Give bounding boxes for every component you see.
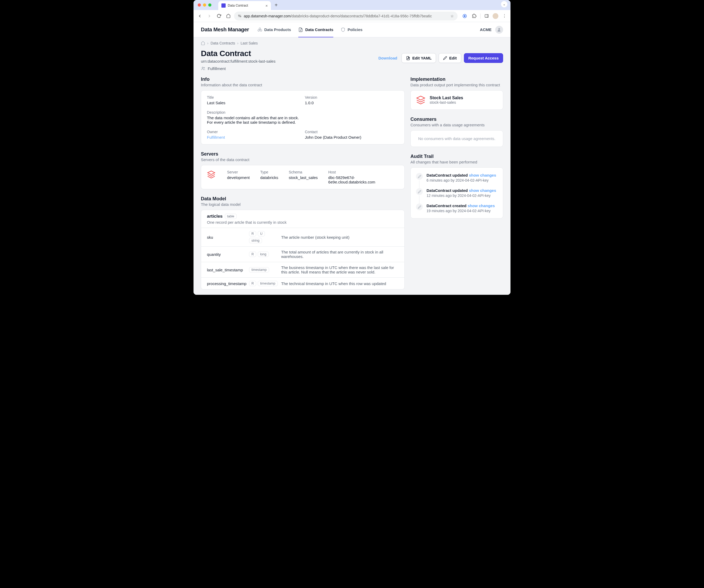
audit-meta: 19 minutes ago by 2024-04-02-API-key xyxy=(426,209,497,213)
pencil-icon xyxy=(443,56,447,60)
entity-name: articles xyxy=(207,214,223,219)
section-sub: The logical data model xyxy=(201,202,405,207)
field-label: Schema xyxy=(289,170,318,174)
side-panel-button[interactable] xyxy=(483,13,490,19)
audit-title: DataContract updated xyxy=(426,188,468,193)
browser-tab[interactable]: Data Contract × xyxy=(218,1,271,10)
audit-meta: 6 minutes ago by 2024-04-02-API-key xyxy=(426,178,497,182)
nav-data-contracts[interactable]: Data Contracts xyxy=(298,22,333,37)
home-button[interactable] xyxy=(225,12,232,20)
field-value: stock_last_sales xyxy=(289,175,318,180)
field-row: processing_timestampRtimestampThe techni… xyxy=(201,278,404,289)
section-heading: Consumers xyxy=(410,117,503,122)
window-controls xyxy=(197,0,214,10)
audit-meta: 12 minutes ago by 2024-04-02-API-key xyxy=(426,193,497,198)
extensions-button[interactable] xyxy=(471,13,478,19)
field-value: databricks xyxy=(260,175,278,180)
breadcrumb: › Data Contracts › Last Sales xyxy=(201,41,503,45)
audit-title: DataContract updated xyxy=(426,173,468,177)
type-badge: string xyxy=(249,238,262,243)
browser-toolbar: app.datamesh-manager.com/databricks-data… xyxy=(193,10,511,22)
section-heading: Implementation xyxy=(410,76,503,82)
field-name: quantity xyxy=(207,252,246,257)
pencil-icon xyxy=(416,173,423,180)
maximize-window-button[interactable] xyxy=(208,3,212,7)
new-tab-button[interactable]: + xyxy=(271,0,282,10)
address-bar[interactable]: app.datamesh-manager.com/databricks-data… xyxy=(234,12,458,20)
nav-policies[interactable]: Policies xyxy=(341,22,362,37)
field-value: dbc-5829e67d-6e9e.cloud.databricks.com xyxy=(328,175,399,184)
url-host: app.datamesh-manager.com xyxy=(244,14,291,18)
section-sub: All changes that have been performed xyxy=(410,160,503,164)
download-button[interactable]: Download xyxy=(377,56,399,60)
audit-item: DataContract created show changes 19 min… xyxy=(416,203,497,213)
field-value: The data model contains all articles tha… xyxy=(207,116,399,124)
impl-id: stock-last-sales xyxy=(430,100,463,105)
field-desc: The business timestamp in UTC when there… xyxy=(281,265,399,274)
nav-data-products[interactable]: Data Products xyxy=(257,22,291,37)
entity-desc: One record per artcle that is currently … xyxy=(207,220,399,225)
owner-link[interactable]: Fulfillment xyxy=(207,135,301,139)
field-badges: timestamp xyxy=(249,267,278,273)
favicon xyxy=(221,3,226,8)
field-label: Contact xyxy=(305,130,399,134)
user-avatar[interactable] xyxy=(495,26,503,34)
field-name: last_sale_timestamp xyxy=(207,268,246,272)
team-name: Fulfillment xyxy=(208,66,226,71)
servers-section: Servers Servers of the data contract Ser… xyxy=(201,151,405,189)
close-window-button[interactable] xyxy=(198,3,201,7)
org-name[interactable]: ACME xyxy=(480,27,491,32)
tab-list-button[interactable]: ⌄ xyxy=(501,1,507,7)
brand-logo[interactable]: Data Mesh Manager xyxy=(201,26,249,33)
nav-label: Data Contracts xyxy=(305,27,333,32)
minimize-window-button[interactable] xyxy=(203,3,206,7)
extension-icon[interactable] xyxy=(461,13,468,19)
nav-label: Data Products xyxy=(264,27,291,32)
page-title: Data Contract xyxy=(201,49,371,58)
page-team[interactable]: Fulfillment xyxy=(201,66,371,71)
svg-marker-11 xyxy=(208,171,215,175)
section-sub: Servers of the data contract xyxy=(201,158,405,162)
field-badges: Rlong xyxy=(249,252,278,257)
request-access-button[interactable]: Request Access xyxy=(464,53,503,63)
info-section: Info Information about the data contract… xyxy=(201,76,405,144)
audit-title: DataContract created xyxy=(426,203,467,208)
svg-marker-12 xyxy=(417,96,425,100)
breadcrumb-link[interactable]: Data Contracts xyxy=(211,41,235,45)
svg-point-10 xyxy=(204,67,204,68)
audit-trail-section: Audit Trail All changes that have been p… xyxy=(410,154,503,219)
audit-item: DataContract updated show changes 6 minu… xyxy=(416,173,497,188)
chrome-menu-button[interactable]: ⋮ xyxy=(501,13,508,19)
tab-title: Data Contract xyxy=(228,4,248,7)
layers-icon xyxy=(207,170,216,179)
edit-button[interactable]: Edit xyxy=(438,53,461,63)
type-badge: R xyxy=(249,252,256,257)
document-icon xyxy=(298,27,303,32)
back-button[interactable] xyxy=(196,12,203,20)
show-changes-link[interactable]: show changes xyxy=(469,173,496,177)
breadcrumb-current: Last Sales xyxy=(241,41,258,45)
field-desc: The technical timestamp in UTC when this… xyxy=(281,281,399,286)
edit-yaml-button[interactable]: Edit YAML xyxy=(402,53,436,63)
close-tab-button[interactable]: × xyxy=(266,4,268,8)
section-sub: Information about the data contract xyxy=(201,83,405,87)
forward-button[interactable] xyxy=(206,12,213,20)
type-badge: timestamp xyxy=(258,281,278,286)
implementation-card[interactable]: Stock Last Sales stock-last-sales xyxy=(410,90,503,110)
field-value: development xyxy=(227,175,250,180)
show-changes-link[interactable]: show changes xyxy=(469,188,496,193)
field-name: sku xyxy=(207,235,246,239)
type-badge: R xyxy=(249,281,256,286)
field-row: skuRUstringThe article number (stock kee… xyxy=(201,228,404,246)
field-desc: The total amount of articles that are cu… xyxy=(281,250,399,259)
reload-button[interactable] xyxy=(215,12,223,20)
home-icon[interactable] xyxy=(201,41,205,45)
field-value: 1.0.0 xyxy=(305,101,399,105)
field-value: John Doe (Data Product Owner) xyxy=(305,135,399,139)
show-changes-link[interactable]: show changes xyxy=(468,203,495,208)
profile-button[interactable] xyxy=(492,13,498,19)
app-header: Data Mesh Manager Data Products Data Con… xyxy=(193,22,511,37)
document-edit-icon xyxy=(406,56,410,60)
bookmark-button[interactable]: ☆ xyxy=(451,14,454,18)
field-label: Owner xyxy=(207,130,301,134)
